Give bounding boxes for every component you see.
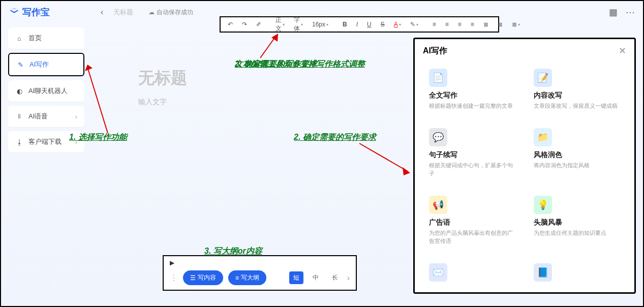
write-outline-button[interactable]: ≡ 写大纲 [228,270,266,285]
length-short-button[interactable]: 短 [289,271,303,284]
download-icon: ⭳ [15,138,23,146]
next-button[interactable]: › [347,273,350,283]
logo-icon [9,7,19,17]
text-color-button[interactable]: A▾ [392,20,403,29]
arrow-annotation-3 [357,141,413,176]
ordered-list-button[interactable]: ≣ [481,20,490,29]
card-icon: 📢 [429,196,447,214]
pencil-icon: ✎ [16,60,24,69]
ai-card-grid: 📄 全文写作 根据标题快速创建一篇完整的文章 📝 内容改写 文章段落改写，保留原… [423,63,626,292]
sidebar-item-label: 客户端下载 [28,137,62,146]
underline-button[interactable]: U [365,20,374,29]
sidebar-item-voice[interactable]: ⫴ AI语音 › [8,106,84,127]
sidebar-item-label: AI语音 [28,112,48,121]
ai-card-slogan[interactable]: 📢 广告语 为您的产品头脑风暴出有创意的广告宣传语 [423,190,522,251]
sidebar-item-label: 首页 [28,34,42,43]
ai-card-extra-1[interactable]: ✉️ [423,257,522,292]
back-button[interactable]: ‹ [101,8,103,17]
panel-title: AI写作 [423,46,447,56]
sidebar-item-label: AI写作 [29,60,49,69]
editor: 无标题 输入文字 [138,67,187,107]
card-icon: 💬 [429,128,447,146]
sidebar-item-download[interactable]: ⭳ 客户端下载 › [8,131,84,152]
font-family-select[interactable]: 字体▾ [292,15,305,34]
bold-button[interactable]: B [341,20,349,29]
grid-view-icon[interactable]: ▦ [609,7,618,18]
sidebar-item-label: AI聊天机器人 [28,86,68,96]
write-content-button[interactable]: ☰ 写内容 [183,270,223,285]
ai-card-continue[interactable]: 💬 句子续写 根据关键词或中心句，扩展多个句子 [423,122,522,183]
card-icon: 📄 [429,69,447,87]
close-button[interactable]: ✕ [619,45,626,56]
more-icon[interactable]: ⋯ [626,7,635,18]
unordered-list-button[interactable]: ≣ [496,20,505,29]
highlight-button[interactable]: ✎▾ [408,20,420,29]
app-name: 写作宝 [22,6,50,18]
align-right-button[interactable]: ≡ [456,20,464,29]
sidebar: ⌂ 首页 ✎ AI写作 ◐ AI聊天机器人 ⫴ AI语音 › ⭳ 客户端下载 › [8,27,84,157]
sidebar-item-home[interactable]: ⌂ 首页 [8,27,84,49]
annotation-toolbar: 文本编辑工具众多支持写作格式调整 [235,59,365,70]
ai-card-polish[interactable]: 📁 风格润色 将内容润色为指定风格 [528,122,626,183]
length-medium-button[interactable]: 中 [309,271,323,284]
body-input[interactable]: 输入文字 [138,98,187,107]
arrow-annotation-1 [82,62,113,133]
editor-toolbar: ↶ ↷ ✐ 正文▾ 字体▾ 16px▾ B I U S A▾ ✎▾ ≡ ≡ ≡ … [220,16,499,33]
strikethrough-button[interactable]: S [379,20,387,29]
autosave-status: ☁ 自动保存成功 [148,8,193,17]
font-size-select[interactable]: 16px▾ [310,20,330,29]
redo-button[interactable]: ↷ [240,20,249,29]
cloud-icon: ☁ [148,9,155,16]
card-icon: 💡 [534,196,552,214]
italic-button[interactable]: I [354,20,360,29]
annotation-2: 2. 确定需要的写作要求 [235,59,317,70]
card-icon: ✉️ [429,263,447,282]
play-icon[interactable]: ▶ [170,259,350,266]
card-icon: 📝 [534,69,552,87]
card-icon: 📁 [534,128,552,146]
app-logo[interactable]: 写作宝 [9,6,50,18]
voice-icon: ⫴ [15,112,23,120]
title-input[interactable]: 无标题 [138,67,187,89]
bottom-action-bar: ▶ ⋮ ☰ 写内容 ≡ 写大纲 短 中 长 › [163,255,357,291]
line-height-button[interactable]: ≣▾ [510,20,522,29]
chevron-right-icon: › [75,113,77,120]
arrow-annotation-2 [255,33,286,61]
home-icon: ⌂ [15,34,23,42]
align-center-button[interactable]: ≡ [443,20,451,29]
ai-writing-panel: AI写作 ✕ 📄 全文写作 根据标题快速创建一篇完整的文章 📝 内容改写 文章段… [413,38,636,294]
ai-card-full-writing[interactable]: 📄 全文写作 根据标题快速创建一篇完整的文章 [423,63,522,116]
chat-icon: ◐ [15,87,23,95]
ai-card-brainstorm[interactable]: 💡 头脑风暴 为您生成任何主题的知识要点 [528,190,626,251]
format-painter-button[interactable]: ✐ [254,20,263,29]
card-icon: 📘 [534,263,552,282]
chevron-right-icon: › [75,138,77,146]
length-long-button[interactable]: 长 [328,271,342,284]
align-justify-button[interactable]: ≡ [469,20,476,29]
ai-card-rewrite[interactable]: 📝 内容改写 文章段落改写，保留原义一键成稿 [528,63,626,116]
undo-button[interactable]: ↶ [226,20,235,29]
drag-handle-icon[interactable]: ⋮ [170,273,178,283]
ai-card-extra-2[interactable]: 📘 [528,257,626,292]
doc-title-breadcrumb: 无标题 [113,8,133,17]
align-left-button[interactable]: ≡ [431,20,438,29]
annotation-3: 2. 确定需要的写作要求 [294,132,376,143]
paragraph-style-select[interactable]: 正文▾ [273,15,287,34]
sidebar-item-chatbot[interactable]: ◐ AI聊天机器人 [8,80,84,102]
sidebar-item-ai-writing[interactable]: ✎ AI写作 [8,53,84,76]
